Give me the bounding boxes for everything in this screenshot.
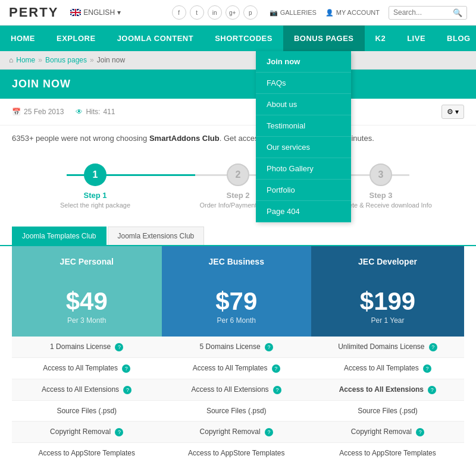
price-business-period: Per 6 Month (171, 316, 303, 325)
brand-name: SmartAddons Club (149, 134, 220, 143)
breadcrumb-current: Join now (97, 56, 125, 64)
hits-count: 411 (103, 108, 115, 116)
help-icon[interactable]: ? (122, 364, 130, 373)
main-content: JOIN NOW 📅 25 Feb 2013 👁 Hits: 411 ⚙ ▾ 6… (0, 70, 476, 459)
help-icon[interactable]: ? (272, 364, 280, 373)
breadcrumb-sep2: » (90, 56, 94, 64)
dropdown-about-us[interactable]: About us (256, 94, 351, 115)
gear-button[interactable]: ⚙ ▾ (441, 105, 464, 119)
help-icon[interactable]: ? (115, 428, 123, 436)
price-personal-period: Per 3 Month (21, 316, 153, 325)
my-account-label: MY ACCOUNT (336, 9, 380, 16)
feature-row-copyright: Copyright Removal ? Copyright Removal ? … (12, 421, 464, 442)
feature-developer-appstore: Access to AppStore Templates (311, 442, 464, 459)
flag-icon (70, 9, 81, 16)
date-meta: 📅 25 Feb 2013 (12, 108, 64, 116)
help-icon[interactable]: ? (273, 386, 281, 394)
nav-bonus-pages[interactable]: BONUS PAGES (283, 26, 365, 51)
dropdown-faqs[interactable]: FAQs (256, 73, 351, 94)
eye-icon: 👁 (76, 108, 83, 116)
feature-personal-appstore: Access to AppStore Templates (12, 442, 162, 459)
hits-label: Hits: (86, 108, 100, 116)
search-input[interactable] (393, 8, 453, 17)
feature-row-source: Source Files (.psd) Source Files (.psd) … (12, 400, 464, 421)
header-right: 📷 GALLERIES 👤 MY ACCOUNT 🔍 (270, 6, 467, 20)
my-account-link[interactable]: 👤 MY ACCOUNT (325, 9, 380, 17)
step-2-circle: 2 (227, 164, 249, 186)
dropdown-our-services[interactable]: Our services (256, 137, 351, 158)
help-icon[interactable]: ? (265, 428, 273, 436)
price-personal-cell: $49 Per 3 Month (12, 277, 162, 337)
page-title-bar: JOIN NOW (0, 70, 476, 99)
help-icon[interactable]: ? (429, 343, 437, 351)
help-icon[interactable]: ? (265, 343, 273, 351)
breadcrumb-parent[interactable]: Bonus pages (45, 56, 87, 64)
dropdown-photo-gallery[interactable]: Photo Gallery (256, 158, 351, 180)
feature-row-domains: 1 Domains License ? 5 Domains License ? … (12, 337, 464, 358)
breadcrumb-sep1: » (38, 56, 42, 64)
plan-personal-header: JEC Personal (12, 246, 162, 277)
page-description: 6353+ people were not wrong choosing Sma… (0, 125, 476, 152)
dropdown-join-now[interactable]: Join now (256, 51, 351, 73)
pricing-tabs: Joomla Templates Club Joomla Extensions … (0, 227, 476, 246)
price-personal-amount: $49 (21, 289, 153, 314)
twitter-icon[interactable]: t (190, 5, 204, 20)
bonus-pages-dropdown: Join now FAQs About us Testimonial Our s… (256, 51, 351, 222)
facebook-icon[interactable]: f (172, 5, 186, 20)
feature-personal-copyright: Copyright Removal ? (12, 421, 162, 442)
hits-meta: 👁 Hits: 411 (76, 108, 115, 116)
header: PERTY ENGLISH ▾ f t in g+ p 📷 GALLERIES … (0, 0, 476, 26)
search-box[interactable]: 🔍 (389, 6, 467, 20)
feature-personal-templates: Access to All Templates ? (12, 357, 162, 379)
tab-joomla-templates[interactable]: Joomla Templates Club (12, 227, 107, 245)
dropdown-page-404[interactable]: Page 404 (256, 201, 351, 222)
plan-developer-header: JEC Developer (311, 246, 464, 277)
plan-business-header: JEC Business (162, 246, 312, 277)
nav-explore[interactable]: EXPLORE (46, 26, 107, 51)
page-meta: 📅 25 Feb 2013 👁 Hits: 411 ⚙ ▾ (0, 99, 476, 125)
help-icon[interactable]: ? (115, 343, 123, 351)
breadcrumb: ⌂ Home » Bonus pages » Join now (0, 51, 476, 70)
nav-shortcodes[interactable]: SHORTCODES (204, 26, 283, 51)
nav-joomla-content[interactable]: JOOMLA CONTENT (107, 26, 205, 51)
dropdown-testimonial[interactable]: Testimonial (256, 115, 351, 137)
logo: PERTY (9, 5, 58, 20)
feature-row-appstore: Access to AppStore Templates Access to A… (12, 442, 464, 459)
language-selector[interactable]: ENGLISH ▾ (70, 8, 121, 17)
nav-live[interactable]: LIVE (396, 26, 436, 51)
price-developer-period: Per 1 Year (320, 316, 455, 325)
price-developer-cell: $199 Per 1 Year (311, 277, 464, 337)
feature-personal-extensions: Access to All Extensions ? (12, 379, 162, 400)
feature-row-extensions: Access to All Extensions ? Access to All… (12, 379, 464, 400)
feature-personal-source: Source Files (.psd) (12, 400, 162, 421)
dropdown-portfolio[interactable]: Portfolio (256, 180, 351, 201)
nav-k2[interactable]: K2 (365, 26, 397, 51)
nav-home[interactable]: HOME (0, 26, 46, 51)
help-icon[interactable]: ? (428, 386, 436, 394)
tab-joomla-extensions[interactable]: Joomla Extensions Club (108, 227, 205, 245)
home-icon: ⌂ (9, 56, 13, 64)
step-1-label: Step 1 (83, 191, 107, 200)
step-2-label: Step 2 (226, 191, 249, 200)
breadcrumb-home[interactable]: Home (16, 56, 35, 64)
language-label: ENGLISH (83, 8, 115, 17)
page-title: JOIN NOW (12, 78, 464, 90)
user-icon: 👤 (325, 9, 334, 17)
googleplus-icon[interactable]: g+ (226, 5, 240, 20)
steps-track: 1 Step 1 Select the right package 2 Step… (24, 164, 452, 209)
feature-developer-copyright: Copyright Removal ? (311, 421, 464, 442)
galleries-label: GALLERIES (280, 9, 317, 16)
linkedin-icon[interactable]: in (208, 5, 222, 20)
price-developer-amount: $199 (320, 289, 455, 314)
help-icon[interactable]: ? (123, 386, 131, 394)
feature-developer-extensions: Access to All Extensions ? (311, 379, 464, 400)
help-icon[interactable]: ? (416, 428, 424, 436)
feature-business-source: Source Files (.psd) (162, 400, 312, 421)
social-icons: f t in g+ p (172, 5, 258, 20)
help-icon[interactable]: ? (423, 364, 431, 373)
pinterest-icon[interactable]: p (243, 5, 258, 20)
nav-blog[interactable]: BLOG (436, 26, 476, 51)
calendar-icon: 📅 (12, 108, 21, 116)
galleries-link[interactable]: 📷 GALLERIES (270, 9, 317, 17)
feature-personal-domains: 1 Domains License ? (12, 337, 162, 358)
